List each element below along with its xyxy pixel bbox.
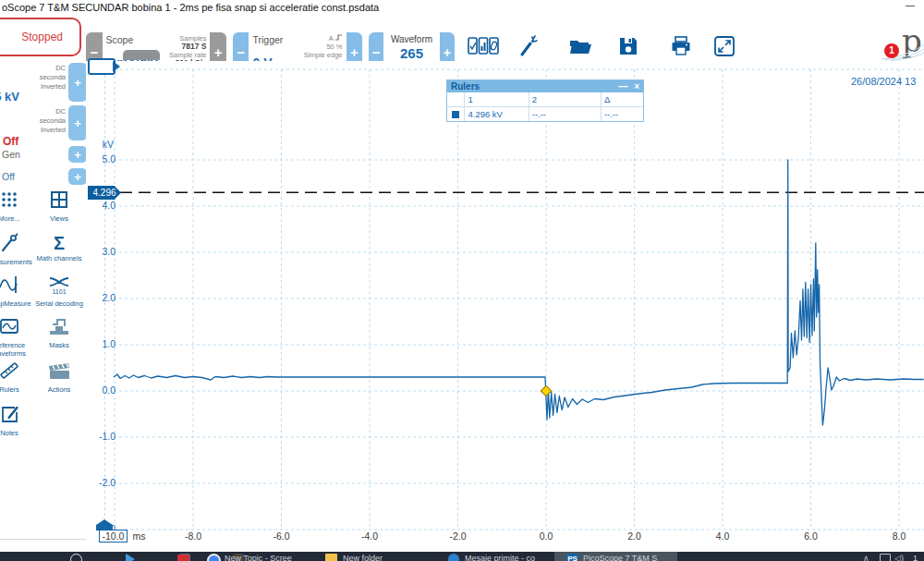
x-axis-unit: ms [133, 531, 146, 542]
reference-waveforms-icon [0, 316, 19, 336]
sidebar-item-views[interactable]: Views [33, 189, 85, 223]
taskbar-red-app-icon[interactable] [177, 555, 189, 561]
open-icon [568, 35, 592, 57]
channel-b-inverted: Inverted [0, 126, 66, 135]
sidebar-item-deepmeasure[interactable]: DeepMeasure [0, 274, 35, 308]
deepmeasure-icon [0, 274, 19, 295]
masks-label: Masks [33, 341, 85, 349]
x-tick-label: 2.0 [627, 531, 641, 542]
x-tick-label: 4.0 [716, 531, 730, 542]
channel-b-state[interactable]: Off [3, 135, 18, 148]
x-axis: -10.0ms-8.0-6.0-4.0-2.00.02.04.06.08.0 [86, 61, 924, 545]
sidebar-item-serial-decoding[interactable]: 1101 Serial decoding [33, 274, 85, 308]
rulers-panel-title: Rulers [451, 81, 612, 91]
more-icon [0, 189, 19, 210]
sidebar-item-rulers[interactable]: Rulers [0, 360, 35, 394]
taskbar-active-button[interactable]: PS PicoScope 7 T&M S [554, 552, 677, 561]
measurements-icon [0, 233, 19, 253]
windows-taskbar[interactable]: New Topic - Scree New folder Mesaje prim… [0, 552, 924, 561]
x-tick-label: 8.0 [893, 531, 906, 542]
trigger-label: Trigger [252, 34, 299, 45]
x-tick-label: 0.0 [540, 531, 553, 542]
edge-icon [335, 34, 343, 41]
instruments-icon [468, 35, 499, 57]
ruler-delta-value: --.-- [601, 107, 643, 121]
serial-decoding-label: Serial decoding [33, 299, 85, 308]
views-label: Views [33, 214, 85, 223]
sidebar-item-math-channels[interactable]: Σ Math channels [33, 233, 85, 262]
sidebar-item-actions[interactable]: Actions [33, 360, 85, 394]
picoscope-window: oScope 7 T&M SECUNDAR bobina 1 - 2ms pe … [0, 0, 924, 561]
rulers-col-delta: Δ [601, 92, 643, 106]
taskbar-mail-icon[interactable] [448, 554, 459, 561]
capture-timestamp: 26/08/2024 13 [851, 76, 916, 87]
rulers-label: Rulers [0, 385, 35, 394]
x-tick-label: -4.0 [361, 531, 378, 542]
picoscope-taskbar-icon: PS [566, 554, 578, 561]
collapsed-panel-tab[interactable] [123, 50, 160, 60]
auto-setup-icon [517, 35, 540, 57]
sidebar-item-measurements[interactable]: Measurements [0, 233, 35, 266]
time-ruler-handle[interactable] [88, 58, 116, 75]
rulers-panel[interactable]: Rulers — × 1 2 Δ 4.296 kV --.-- --.-- [446, 79, 644, 122]
sidebar-divider [0, 539, 86, 540]
actions-icon [47, 360, 71, 381]
waveform-label: Waveform [391, 34, 432, 44]
x-tick-label: -2.0 [449, 531, 466, 542]
rulers-header-row: 1 2 Δ [447, 92, 643, 106]
trigger-source: A [329, 34, 334, 43]
trigger-mode: Simple edge [304, 51, 343, 59]
x-scroll-position-box[interactable]: -10.0 [99, 530, 128, 543]
scope-label: Scope [106, 34, 159, 45]
x-tick-label: 6.0 [804, 531, 818, 542]
channel-a-swatch [452, 111, 459, 118]
sigma-icon: Σ [33, 233, 85, 253]
gen-expand-button[interactable]: + [68, 146, 87, 163]
taskbar-search-icon[interactable] [70, 554, 82, 561]
taskbar-mail-label[interactable]: Mesaje primite - co [465, 554, 535, 561]
taskbar-chrome-label[interactable]: New Topic - Scree [225, 554, 292, 561]
ruler-2-value: --.-- [529, 107, 601, 121]
full-icon [713, 35, 736, 57]
taskbar-folder-icon[interactable] [325, 554, 337, 561]
notification-badge[interactable]: 1 [884, 43, 899, 58]
stopped-button[interactable]: Stopped [0, 18, 81, 56]
reference-waveforms-label: Reference waveforms [0, 341, 35, 358]
notes-icon [0, 404, 19, 424]
scope-view[interactable]: 5.04.03.02.01.00.0-1.0-2.0-3.0 kV 4.296 … [86, 61, 924, 545]
rulers-close-button[interactable]: × [634, 82, 639, 91]
minimize-button[interactable]: — [906, 0, 915, 10]
taskbar-chrome-icon[interactable] [207, 554, 221, 561]
channel-b-coupling: DC [0, 107, 66, 116]
sidebar-item-notes[interactable]: Notes [0, 404, 35, 437]
ruler-1-value: 4.296 kV [464, 107, 528, 121]
measurements-label: Measurements [0, 258, 35, 266]
channel-b-probe: seconda [0, 116, 66, 126]
gen-label: Gen [2, 149, 20, 160]
gen-state[interactable]: Off [2, 171, 15, 182]
rulers-icon [0, 360, 19, 381]
trigger-threshold: 50 % [326, 43, 342, 51]
rulers-panel-header[interactable]: Rulers — × [447, 80, 643, 92]
sidebar-item-reference-waveforms[interactable]: Reference waveforms [0, 316, 35, 358]
tray-volume-icon[interactable]: ◁) [894, 554, 904, 561]
print-icon [670, 35, 692, 57]
channel-a-expand-button[interactable]: + [68, 63, 87, 102]
sidebar-item-masks[interactable]: Masks [33, 316, 85, 349]
masks-icon [48, 316, 70, 336]
sidebar-item-more[interactable]: More... [0, 189, 35, 223]
tray-chevron-icon[interactable]: ∧ [863, 554, 869, 561]
more-label: More... [0, 214, 35, 223]
channel-a-coupling: DC [0, 64, 66, 73]
gen-state-expand-button[interactable]: + [68, 168, 87, 185]
tray-network-icon[interactable] [880, 554, 891, 561]
channel-a-range[interactable]: ±5 kV [0, 90, 19, 104]
tray-clock[interactable]: 1 [913, 554, 918, 561]
channel-b-expand-button[interactable]: + [68, 105, 87, 140]
taskbar-folder-label[interactable]: New folder [343, 554, 383, 561]
taskbar-edge-icon[interactable] [126, 554, 135, 561]
time-ruler-handle-arrow [113, 61, 120, 72]
x-tick-label: -6.0 [273, 531, 289, 542]
rulers-value-row: 4.296 kV --.-- --.-- [447, 106, 643, 121]
rulers-minimize-button[interactable]: — [618, 82, 627, 91]
